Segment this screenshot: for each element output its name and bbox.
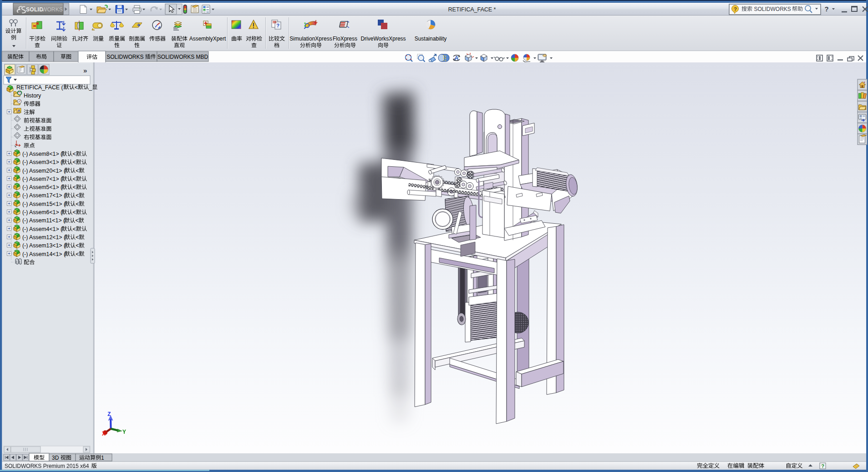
svg-text:(-) Assem12<1> (: (-) Assem12<1> ( xyxy=(22,234,66,241)
svg-text:RETIFICA_FACE *: RETIFICA_FACE * xyxy=(448,6,496,13)
svg-text:Sustainability: Sustainability xyxy=(415,36,447,42)
svg-text:SOLID: SOLID xyxy=(26,6,43,13)
svg-text:(-) Assem11<1> (: (-) Assem11<1> ( xyxy=(22,217,66,224)
svg-text:3D: 3D xyxy=(52,455,59,461)
svg-text:_: _ xyxy=(89,84,92,91)
svg-text:?: ? xyxy=(734,6,737,12)
svg-text:(-) Assem7<1> (: (-) Assem7<1> ( xyxy=(22,176,63,182)
svg-text:DriveWorksXpress: DriveWorksXpress xyxy=(360,36,406,42)
svg-text:SOLIDWORKS MBD: SOLIDWORKS MBD xyxy=(157,54,208,60)
svg-text:1: 1 xyxy=(101,455,104,461)
svg-text:<: < xyxy=(76,168,79,174)
svg-text:<: < xyxy=(73,184,76,190)
svg-text:(-) Assem20<1> (: (-) Assem20<1> ( xyxy=(22,168,66,174)
svg-text:(-) Assem13<1> (: (-) Assem13<1> ( xyxy=(22,242,66,249)
svg-text:WORKS: WORKS xyxy=(42,6,63,13)
svg-text:Z: Z xyxy=(107,411,111,418)
svg-text:?: ? xyxy=(821,463,824,469)
svg-text:(-) Assem15<1> (: (-) Assem15<1> ( xyxy=(22,201,66,207)
svg-text:(-) Assem14<1> (: (-) Assem14<1> ( xyxy=(22,251,66,257)
svg-text:History: History xyxy=(24,92,41,99)
svg-text:<: < xyxy=(75,217,78,224)
svg-text:(-) Assem6<1> (: (-) Assem6<1> ( xyxy=(22,209,63,215)
svg-text:<: < xyxy=(76,242,79,249)
svg-text:<: < xyxy=(75,84,78,91)
svg-text:SOLIDWORKS: SOLIDWORKS xyxy=(754,6,791,12)
svg-text:AssemblyXpert: AssemblyXpert xyxy=(189,36,226,42)
svg-text:SOLIDWORKS: SOLIDWORKS xyxy=(107,54,143,60)
svg-text:<: < xyxy=(73,209,76,215)
svg-text:SOLIDWORKS Premium 2015 x64: SOLIDWORKS Premium 2015 x64 xyxy=(5,463,89,469)
svg-text:(-) Assem3<1> (: (-) Assem3<1> ( xyxy=(22,159,63,165)
svg-text:RETIFICA_FACE (: RETIFICA_FACE ( xyxy=(16,84,63,91)
svg-text:<: < xyxy=(76,234,79,241)
svg-text:SimulationXpress: SimulationXpress xyxy=(289,36,332,42)
svg-text:<: < xyxy=(76,201,79,207)
svg-text:X: X xyxy=(102,431,106,437)
svg-text:A: A xyxy=(17,108,20,113)
svg-text:(-) Assem17<1> (: (-) Assem17<1> ( xyxy=(22,192,66,199)
svg-text:<: < xyxy=(76,192,79,199)
svg-text:?: ? xyxy=(276,23,279,28)
svg-text:FloXpress: FloXpress xyxy=(333,36,357,42)
svg-text:»: » xyxy=(83,67,87,74)
svg-text:(-) Assem8<1> (: (-) Assem8<1> ( xyxy=(22,151,63,157)
svg-text:<: < xyxy=(73,151,76,157)
svg-text:<: < xyxy=(73,226,76,232)
svg-text:(-) Assem5<1> (: (-) Assem5<1> ( xyxy=(22,184,63,190)
svg-text:<: < xyxy=(73,176,76,182)
svg-text:<: < xyxy=(73,159,76,165)
svg-text:<: < xyxy=(76,251,79,257)
svg-text:Y: Y xyxy=(122,429,126,436)
svg-text:?: ? xyxy=(824,5,828,13)
svg-text:(-) Assem4<1> (: (-) Assem4<1> ( xyxy=(22,226,63,232)
